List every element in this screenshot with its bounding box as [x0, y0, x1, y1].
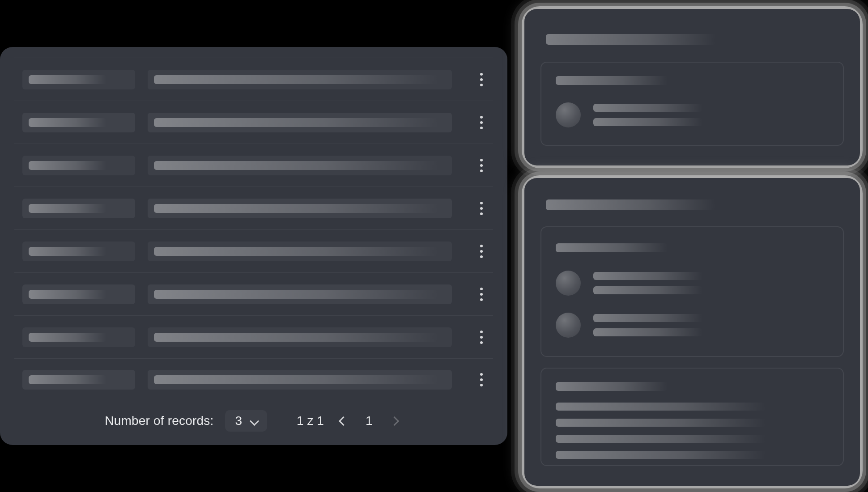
- skeleton-bar: [556, 382, 668, 391]
- list-row[interactable]: [14, 187, 493, 229]
- page-size-value: 3: [235, 414, 242, 428]
- detail-card-1: [524, 9, 860, 165]
- records-label: Number of records:: [105, 414, 213, 428]
- list-row[interactable]: [14, 272, 493, 315]
- list-row[interactable]: [14, 358, 493, 401]
- skeleton-bar: [154, 247, 438, 256]
- page-indicator: 1 z 1: [297, 414, 324, 428]
- avatar: [556, 271, 581, 296]
- skeleton-bar: [29, 375, 106, 384]
- prev-page-button[interactable]: [336, 413, 352, 429]
- avatar: [556, 102, 581, 127]
- skeleton-bar: [29, 118, 106, 127]
- person-row: [556, 270, 702, 296]
- skeleton-bar: [154, 333, 438, 342]
- row-menu-button[interactable]: [470, 238, 493, 265]
- person-lines: [593, 314, 702, 336]
- person-row: [556, 102, 702, 128]
- dots-vertical-icon: [480, 116, 483, 129]
- dots-vertical-icon: [480, 331, 483, 344]
- dots-vertical-icon: [480, 73, 483, 86]
- row-menu-button[interactable]: [470, 366, 493, 393]
- row-menu-button[interactable]: [470, 281, 493, 308]
- stage: Number of records: 3 1 z 1 1: [0, 0, 868, 492]
- dots-vertical-icon: [480, 245, 483, 258]
- dots-vertical-icon: [480, 288, 483, 301]
- skeleton-bar: [29, 247, 106, 256]
- skeleton-bar: [29, 161, 106, 170]
- skeleton-bar: [593, 104, 702, 112]
- skeleton-bar: [593, 272, 702, 280]
- list-row[interactable]: [14, 101, 493, 144]
- skeleton-bar: [154, 75, 438, 84]
- skeleton-bar: [546, 199, 716, 210]
- skeleton-bar: [556, 451, 766, 459]
- skeleton-bar: [556, 243, 668, 252]
- skeleton-bar: [546, 34, 716, 45]
- row-menu-button[interactable]: [470, 66, 493, 93]
- person-row: [556, 312, 702, 338]
- person-lines: [593, 104, 702, 126]
- skeleton-bar: [154, 161, 438, 170]
- page-size-select[interactable]: 3: [225, 410, 267, 432]
- chevron-down-icon: [250, 417, 258, 425]
- skeleton-bar: [29, 75, 106, 84]
- records-list: [14, 58, 493, 401]
- list-row[interactable]: [14, 144, 493, 187]
- list-row[interactable]: [14, 58, 493, 101]
- person-lines: [593, 272, 702, 294]
- info-panel: [540, 62, 844, 146]
- row-menu-button[interactable]: [470, 152, 493, 179]
- skeleton-bar: [29, 333, 106, 342]
- text-panel: [540, 368, 844, 466]
- skeleton-bar: [593, 314, 702, 322]
- info-panel: [540, 226, 844, 357]
- detail-card-body: [524, 9, 860, 165]
- list-row[interactable]: [14, 229, 493, 272]
- dots-vertical-icon: [480, 202, 483, 215]
- skeleton-bar: [556, 76, 668, 85]
- row-menu-button[interactable]: [470, 109, 493, 136]
- skeleton-bar: [556, 419, 766, 427]
- skeleton-bar: [593, 328, 702, 336]
- dots-vertical-icon: [480, 373, 483, 386]
- next-page-button[interactable]: [387, 413, 403, 429]
- skeleton-bar: [556, 435, 766, 443]
- current-page: 1: [363, 414, 375, 428]
- skeleton-bar: [29, 204, 106, 213]
- avatar: [556, 313, 581, 338]
- dots-vertical-icon: [480, 159, 483, 172]
- skeleton-bar: [556, 403, 766, 411]
- list-row[interactable]: [14, 315, 493, 358]
- detail-card-2: [524, 178, 860, 486]
- skeleton-bar: [154, 375, 438, 384]
- skeleton-bar: [29, 290, 106, 299]
- skeleton-bar: [154, 118, 438, 127]
- records-panel: Number of records: 3 1 z 1 1: [0, 47, 507, 445]
- detail-card-body: [524, 178, 860, 486]
- skeleton-bar: [154, 290, 438, 299]
- skeleton-bar: [154, 204, 438, 213]
- row-menu-button[interactable]: [470, 324, 493, 351]
- row-menu-button[interactable]: [470, 195, 493, 222]
- skeleton-bar: [593, 118, 702, 126]
- pagination-bar: Number of records: 3 1 z 1 1: [0, 407, 507, 434]
- skeleton-bar: [593, 286, 702, 294]
